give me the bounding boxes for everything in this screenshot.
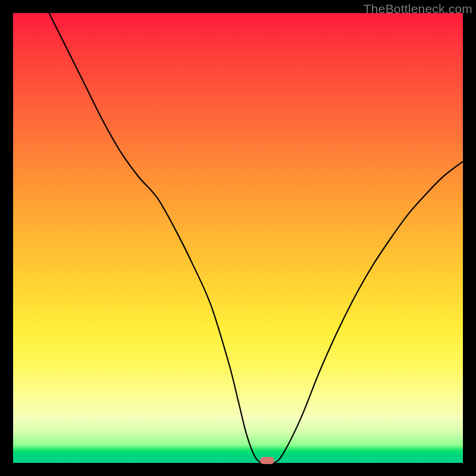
watermark-text: TheBottleneck.com — [364, 2, 472, 16]
chart-plot-area — [13, 13, 463, 463]
optimal-point-marker — [260, 457, 274, 464]
chart-curve — [13, 13, 463, 463]
chart-frame: TheBottleneck.com — [0, 0, 476, 476]
